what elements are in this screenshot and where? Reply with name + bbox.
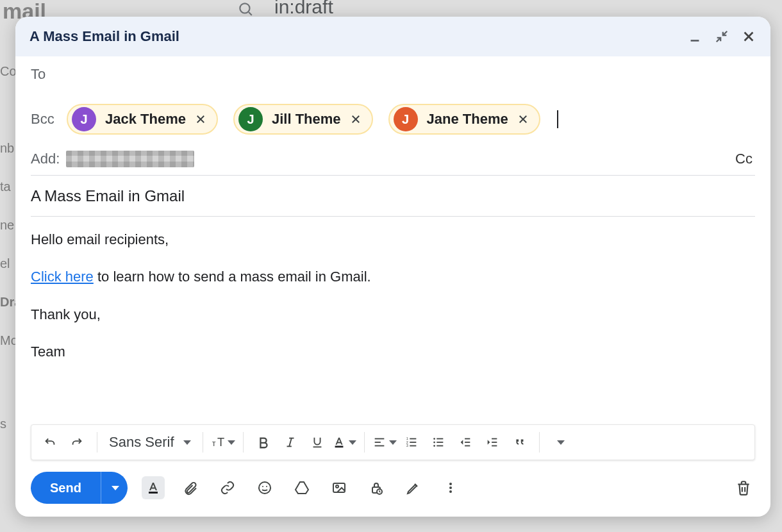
more-formatting-button[interactable] [547,430,572,454]
bg-side-0: Co [0,64,17,79]
svg-point-0 [240,3,249,13]
bg-side-4: el [0,256,10,271]
quote-button[interactable] [507,430,531,454]
formatting-toggle-button[interactable] [142,476,165,499]
chevron-down-icon [557,440,565,445]
send-options-button[interactable] [101,472,128,504]
compose-header: A Mass Email in Gmail [15,17,770,56]
font-family-label: Sans Serif [109,434,174,451]
undo-button[interactable] [38,430,62,454]
svg-point-33 [433,442,435,444]
exit-fullscreen-button[interactable] [714,29,729,44]
font-family-select[interactable]: Sans Serif [105,430,195,454]
underline-button[interactable] [305,430,329,454]
cc-toggle[interactable]: Cc [735,151,755,167]
svg-rect-19 [335,446,343,448]
svg-line-1 [249,12,252,15]
send-button[interactable]: Send [31,472,101,504]
chevron-down-icon [389,440,397,445]
outdent-button[interactable] [453,430,478,454]
svg-point-43 [262,486,263,487]
compose-window: A Mass Email in Gmail To Bcc [15,17,770,517]
chevron-down-icon [228,440,235,445]
remove-recipient-icon[interactable] [517,113,529,125]
insert-photo-button[interactable] [328,476,351,499]
to-label: To [31,66,67,83]
svg-text:3: 3 [406,444,408,447]
avatar: J [394,107,418,131]
svg-point-44 [266,486,267,487]
svg-point-51 [449,486,452,489]
bold-button[interactable] [251,430,276,454]
chevron-down-icon [112,486,119,490]
bcc-chips: J Jack Theme J Jill Theme J [67,104,558,135]
redacted-email [66,151,194,167]
body-thanks: Thank you, [31,303,755,326]
body-link[interactable]: Click here [31,269,94,285]
svg-point-32 [433,438,435,440]
to-field[interactable]: To [31,56,755,92]
chevron-down-icon [183,440,191,445]
font-size-button[interactable]: тT [211,430,235,454]
numbered-list-button[interactable]: 123 [399,430,424,454]
insert-drive-button[interactable] [290,476,313,499]
bcc-label: Bcc [31,111,67,128]
subject-field[interactable]: A Mass Email in Gmail [31,176,755,217]
svg-point-42 [259,482,270,494]
remove-recipient-icon[interactable] [350,113,362,125]
bullet-list-button[interactable] [426,430,451,454]
recipient-name: Jack Theme [105,111,186,128]
bcc-field[interactable]: Bcc J Jack Theme J Jill Theme [31,92,755,142]
svg-text:T: T [217,435,224,449]
window-controls [687,29,756,44]
confidential-mode-button[interactable] [365,476,388,499]
svg-point-34 [433,445,435,447]
compose-title: A Mass Email in Gmail [29,28,179,45]
subject-text: A Mass Email in Gmail [31,187,185,205]
add-label: Add: [31,151,60,167]
svg-point-52 [449,490,452,493]
chevron-down-icon [349,440,356,445]
compose-action-bar: Send [15,460,770,517]
formatting-toolbar: Sans Serif тT 123 [31,424,755,460]
recipient-chip[interactable]: J Jill Theme [233,104,373,135]
close-button[interactable] [741,29,756,44]
avatar: J [238,107,263,131]
bg-search-text: in:draft [274,0,333,18]
svg-line-17 [289,438,292,447]
send-split-button: Send [31,472,128,504]
recipient-chip[interactable]: J Jane Theme [388,104,540,135]
body-line-link: Click here to learn how to send a mass e… [31,265,755,288]
more-options-button[interactable] [439,476,462,499]
body-greeting: Hello email recipients, [31,228,755,251]
text-color-button[interactable] [332,430,356,454]
recipient-name: Jane Theme [427,111,508,128]
bg-side-3: ne [0,218,14,233]
indent-button[interactable] [480,430,504,454]
redo-button[interactable] [65,430,89,454]
italic-button[interactable] [278,430,303,454]
svg-text:т: т [212,438,215,448]
svg-rect-41 [149,492,158,494]
body-after-link: to learn how to send a mass email in Gma… [94,269,371,285]
remove-recipient-icon[interactable] [195,113,206,125]
svg-marker-45 [295,482,308,494]
bg-side-7: s [0,417,6,431]
insert-emoji-button[interactable] [253,476,276,499]
align-button[interactable] [372,430,397,454]
recipient-chip[interactable]: J Jack Theme [67,104,218,135]
recipient-name: Jill Theme [272,111,341,128]
body-signature: Team [31,340,755,363]
bg-side-1: nb [0,141,14,156]
avatar: J [72,107,96,131]
discard-draft-button[interactable] [732,476,755,499]
email-body[interactable]: Hello email recipients, Click here to le… [31,217,755,363]
svg-point-50 [449,483,452,485]
attach-file-button[interactable] [179,476,202,499]
add-row: Add: Cc [31,142,755,176]
minimize-button[interactable] [687,29,703,44]
svg-point-47 [336,485,338,488]
insert-signature-button[interactable] [402,476,425,499]
bg-side-2: ta [0,179,11,194]
insert-link-button[interactable] [216,476,239,499]
